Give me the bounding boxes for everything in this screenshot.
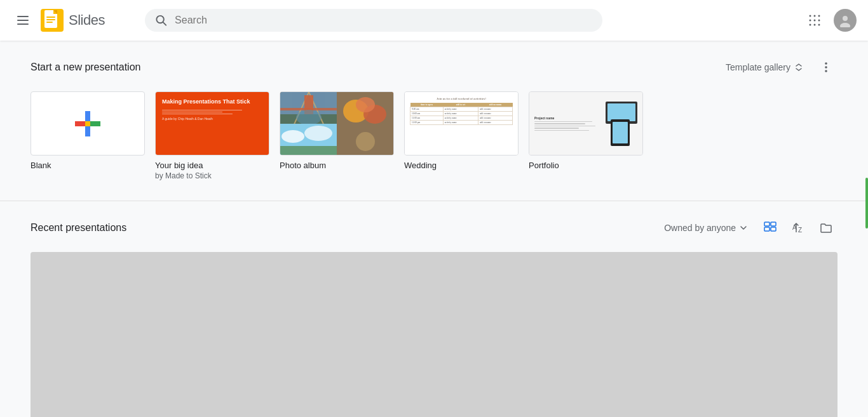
sky-photo	[280, 124, 337, 156]
svg-point-10	[810, 15, 811, 17]
svg-text:Z: Z	[798, 227, 802, 234]
svg-rect-1	[17, 20, 29, 21]
folder-view-button[interactable]	[815, 216, 837, 239]
photo-cell-4	[337, 124, 393, 156]
photo-album-thumbnail	[280, 91, 394, 156]
svg-rect-45	[771, 227, 776, 231]
owned-by-label: Owned by anyone	[664, 223, 736, 233]
svg-rect-0	[17, 16, 29, 17]
template-gallery-button[interactable]: Template gallery	[721, 58, 810, 77]
wedding-row-1-3: add on name	[478, 107, 512, 112]
grid-view-button[interactable]	[759, 216, 782, 239]
svg-point-13	[810, 20, 811, 22]
svg-point-19	[843, 16, 848, 21]
svg-point-14	[814, 20, 816, 22]
wedding-row-2-3: add on name	[478, 112, 512, 116]
templates-header-right: Template gallery	[721, 56, 837, 79]
svg-rect-7	[46, 22, 53, 23]
template-card-big-idea[interactable]: Making Presentations That Stick A guide …	[155, 91, 269, 180]
blank-thumbnail	[31, 91, 145, 156]
app-header: Slides	[0, 0, 868, 41]
svg-point-37	[281, 130, 304, 143]
google-apps-button[interactable]	[802, 8, 827, 33]
plus-top	[85, 111, 90, 121]
recent-controls: Owned by anyone A Z	[659, 216, 837, 239]
owned-by-button[interactable]: Owned by anyone	[659, 219, 754, 237]
big-idea-decoration	[162, 110, 262, 114]
folder-icon	[820, 222, 832, 234]
wedding-row-2-1: 10:00 am	[410, 112, 444, 116]
portfolio-label: Portfolio	[529, 161, 643, 170]
portfolio-body-3	[534, 126, 595, 127]
user-avatar	[834, 9, 857, 32]
big-idea-label: Your big idea	[155, 161, 269, 170]
device-tablet	[611, 119, 630, 146]
svg-rect-5	[46, 17, 55, 18]
search-icon	[155, 14, 167, 27]
portfolio-body-5	[534, 130, 589, 131]
svg-rect-36	[280, 146, 337, 156]
search-input[interactable]	[175, 15, 592, 26]
recent-section: Recent presentations Owned by anyone	[0, 201, 868, 417]
svg-point-41	[356, 132, 375, 151]
fruit-photo	[337, 92, 393, 124]
plus-center	[85, 121, 90, 126]
svg-line-9	[163, 22, 166, 25]
portfolio-device	[602, 102, 637, 146]
photo-cell-1	[280, 92, 337, 124]
template-card-wedding[interactable]: Join us for a fall weekend of activities…	[404, 91, 519, 180]
search-bar[interactable]	[145, 9, 602, 32]
grid-dots-icon	[808, 14, 821, 27]
svg-point-34	[356, 97, 375, 112]
main-content: Start a new presentation Template galler…	[0, 41, 868, 417]
wedding-row-3-1: 11:00 am	[410, 116, 444, 121]
account-avatar-button[interactable]	[832, 8, 858, 33]
plus-left	[75, 121, 85, 126]
wedding-row-4-2: activity name	[443, 121, 478, 125]
three-dots-icon	[820, 61, 832, 74]
svg-point-15	[818, 20, 820, 22]
svg-rect-44	[764, 227, 770, 231]
template-card-blank[interactable]: Blank	[31, 91, 145, 180]
plus-bottom	[85, 126, 90, 136]
portfolio-text: Project name	[534, 116, 602, 131]
recent-presentations-grid	[31, 252, 837, 417]
portfolio-body-1	[534, 121, 592, 122]
templates-header: Start a new presentation Template galler…	[31, 56, 837, 79]
texture-photo	[337, 124, 393, 156]
sort-az-button[interactable]: A Z	[787, 216, 810, 239]
big-idea-thumb-title: Making Presentations That Stick	[162, 98, 262, 106]
portfolio-title-line: Project name	[534, 116, 602, 120]
svg-rect-6	[46, 19, 55, 20]
big-idea-thumb-content: Making Presentations That Stick A guide …	[156, 92, 269, 155]
portfolio-body-4	[534, 128, 579, 129]
svg-point-17	[814, 24, 816, 26]
sort-expand-icon	[793, 62, 804, 73]
svg-point-11	[814, 15, 816, 17]
app-title: Slides	[69, 12, 105, 29]
svg-point-16	[810, 24, 811, 26]
templates-grid: Blank Making Presentations That Stick A …	[31, 91, 837, 180]
wedding-table: time to open add to set add on menu 9:00…	[410, 103, 513, 125]
hamburger-icon	[17, 16, 29, 25]
recent-title: Recent presentations	[31, 222, 126, 234]
svg-rect-43	[771, 222, 776, 226]
wedding-label: Wedding	[404, 161, 519, 170]
template-card-portfolio[interactable]: Project name	[529, 91, 643, 180]
wedding-row-1-1: 9:00 am	[410, 107, 444, 112]
wedding-thumb-content: Join us for a fall weekend of activities…	[405, 92, 518, 155]
deco-line-1	[162, 110, 242, 110]
svg-point-12	[818, 15, 820, 17]
more-options-button[interactable]	[815, 56, 837, 79]
portfolio-thumbnail: Project name	[529, 91, 643, 156]
scroll-indicator	[865, 178, 868, 228]
portfolio-body-2	[534, 123, 585, 124]
slides-logo-icon	[41, 9, 64, 32]
wedding-row-4-1: 12:00 pm	[410, 121, 444, 125]
dropdown-arrow-icon	[738, 223, 749, 233]
svg-point-20	[840, 23, 850, 27]
template-card-photo-album[interactable]: Photo album	[280, 91, 394, 180]
svg-rect-2	[17, 23, 29, 25]
hamburger-menu-button[interactable]	[10, 8, 36, 33]
recent-header: Recent presentations Owned by anyone	[31, 216, 837, 239]
